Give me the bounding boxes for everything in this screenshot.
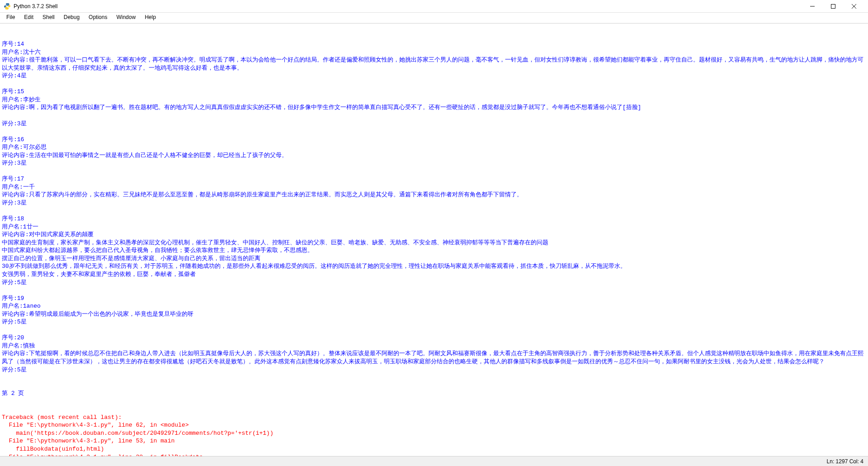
menu-file[interactable]: File <box>2 13 19 23</box>
maximize-button[interactable] <box>823 0 844 13</box>
titlebar: Python 3.7.2 Shell <box>0 0 868 13</box>
menu-window[interactable]: Window <box>112 13 140 23</box>
statusbar: Ln: 1297 Col: 4 <box>0 456 868 466</box>
close-button[interactable] <box>844 0 864 13</box>
window-controls <box>802 0 864 13</box>
minimize-button[interactable] <box>802 0 823 13</box>
svg-rect-1 <box>831 4 835 8</box>
menubar: File Edit Shell Debug Options Window Hel… <box>0 13 868 24</box>
python-icon <box>4 3 11 10</box>
menu-help[interactable]: Help <box>140 13 160 23</box>
window-title: Python 3.7.2 Shell <box>14 3 802 10</box>
menu-options[interactable]: Options <box>84 13 112 23</box>
shell-output-area[interactable]: 序号:14 用户名:沈十六 评论内容:很干脆利落，可以一口气看下去。不断有冲突，… <box>0 24 868 456</box>
cursor-position: Ln: 1297 Col: 4 <box>827 458 863 465</box>
stderr-text: Traceback (most recent call last): File … <box>2 414 866 456</box>
menu-shell[interactable]: Shell <box>38 13 59 23</box>
stdout-text: 序号:14 用户名:沈十六 评论内容:很干脆利落，可以一口气看下去。不断有冲突，… <box>2 40 866 398</box>
menu-edit[interactable]: Edit <box>19 13 38 23</box>
menu-debug[interactable]: Debug <box>59 13 84 23</box>
